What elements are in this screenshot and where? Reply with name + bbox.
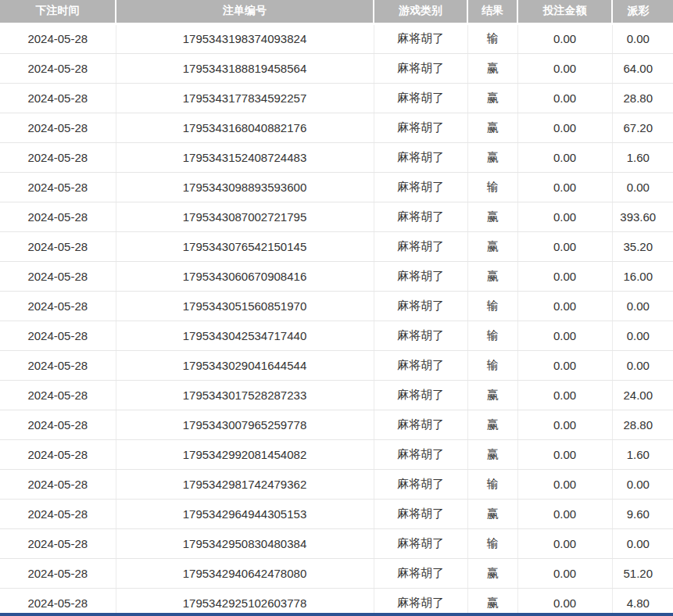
cell-bet-amount: 0.00 xyxy=(517,142,612,172)
cell-result: 输 xyxy=(467,23,517,53)
cell-order-id: 1795343017528287233 xyxy=(116,380,374,410)
footer-accent-bar xyxy=(0,613,673,616)
cell-order-id: 1795342950830480384 xyxy=(116,528,374,558)
table-row: 2024-05-281795343198374093824麻将胡了输0.000.… xyxy=(0,23,673,53)
bet-records-panel: 下注时间 注单编号 游戏类别 结果 投注金额 派彩 2024-05-281795… xyxy=(0,0,673,616)
cell-result: 输 xyxy=(467,469,517,499)
cell-result: 赢 xyxy=(467,113,517,142)
cell-bet-amount: 0.00 xyxy=(517,261,612,291)
cell-payout: 35.20 xyxy=(612,231,673,261)
cell-game-type: 麻将胡了 xyxy=(374,588,467,616)
cell-result: 赢 xyxy=(467,261,517,291)
cell-payout: 0.00 xyxy=(612,321,673,350)
cell-bet-amount: 0.00 xyxy=(517,410,612,439)
table-row: 2024-05-281795343177834592257麻将胡了赢0.0028… xyxy=(0,83,673,113)
table-row: 2024-05-281795343188819458564麻将胡了赢0.0064… xyxy=(0,53,673,83)
cell-order-id: 1795342981742479362 xyxy=(116,469,374,499)
cell-bet-time: 2024-05-28 xyxy=(0,410,116,439)
cell-order-id: 1795343098893593600 xyxy=(116,172,374,202)
column-header-game-type: 游戏类别 xyxy=(374,0,467,23)
cell-payout: 0.00 xyxy=(612,23,673,53)
table-row: 2024-05-281795343152408724483麻将胡了赢0.001.… xyxy=(0,142,673,172)
cell-payout: 0.00 xyxy=(612,528,673,558)
cell-order-id: 1795343188819458564 xyxy=(116,53,374,83)
cell-order-id: 1795342940642478080 xyxy=(116,558,374,588)
cell-bet-amount: 0.00 xyxy=(517,23,612,53)
cell-order-id: 1795343152408724483 xyxy=(116,142,374,172)
cell-result: 输 xyxy=(467,321,517,350)
cell-game-type: 麻将胡了 xyxy=(374,380,467,410)
column-header-payout: 派彩 xyxy=(612,0,673,23)
cell-game-type: 麻将胡了 xyxy=(374,83,467,113)
cell-bet-time: 2024-05-28 xyxy=(0,469,116,499)
column-header-bet-time: 下注时间 xyxy=(0,0,116,23)
cell-bet-time: 2024-05-28 xyxy=(0,291,116,321)
table-row: 2024-05-281795342981742479362麻将胡了输0.000.… xyxy=(0,469,673,499)
cell-payout: 0.00 xyxy=(612,291,673,321)
cell-game-type: 麻将胡了 xyxy=(374,410,467,439)
cell-game-type: 麻将胡了 xyxy=(374,350,467,380)
cell-bet-time: 2024-05-28 xyxy=(0,83,116,113)
cell-bet-time: 2024-05-28 xyxy=(0,231,116,261)
cell-bet-amount: 0.00 xyxy=(517,439,612,469)
cell-game-type: 麻将胡了 xyxy=(374,291,467,321)
cell-order-id: 1795343168040882176 xyxy=(116,113,374,142)
cell-result: 赢 xyxy=(467,410,517,439)
table-row: 2024-05-281795343098893593600麻将胡了输0.000.… xyxy=(0,172,673,202)
cell-bet-amount: 0.00 xyxy=(517,291,612,321)
cell-payout: 67.20 xyxy=(612,113,673,142)
cell-bet-time: 2024-05-28 xyxy=(0,439,116,469)
cell-result: 赢 xyxy=(467,83,517,113)
cell-payout: 0.00 xyxy=(612,469,673,499)
cell-bet-amount: 0.00 xyxy=(517,53,612,83)
cell-bet-time: 2024-05-28 xyxy=(0,261,116,291)
cell-game-type: 麻将胡了 xyxy=(374,558,467,588)
table-row: 2024-05-281795343029041644544麻将胡了输0.000.… xyxy=(0,350,673,380)
cell-result: 赢 xyxy=(467,588,517,616)
cell-payout: 0.00 xyxy=(612,350,673,380)
cell-payout: 64.00 xyxy=(612,53,673,83)
cell-bet-time: 2024-05-28 xyxy=(0,202,116,231)
cell-result: 赢 xyxy=(467,439,517,469)
cell-order-id: 1795343060670908416 xyxy=(116,261,374,291)
cell-bet-amount: 0.00 xyxy=(517,83,612,113)
cell-bet-time: 2024-05-28 xyxy=(0,528,116,558)
cell-result: 输 xyxy=(467,528,517,558)
cell-order-id: 1795342992081454082 xyxy=(116,439,374,469)
cell-payout: 28.80 xyxy=(612,410,673,439)
cell-bet-amount: 0.00 xyxy=(517,321,612,350)
cell-game-type: 麻将胡了 xyxy=(374,53,467,83)
cell-result: 输 xyxy=(467,172,517,202)
cell-result: 赢 xyxy=(467,380,517,410)
table-row: 2024-05-281795343051560851970麻将胡了输0.000.… xyxy=(0,291,673,321)
table-row: 2024-05-281795342925102603778麻将胡了赢0.004.… xyxy=(0,588,673,616)
cell-order-id: 1795343051560851970 xyxy=(116,291,374,321)
cell-order-id: 1795342964944305153 xyxy=(116,499,374,528)
cell-payout: 28.80 xyxy=(612,83,673,113)
cell-order-id: 1795343177834592257 xyxy=(116,83,374,113)
cell-game-type: 麻将胡了 xyxy=(374,261,467,291)
cell-payout: 16.00 xyxy=(612,261,673,291)
cell-game-type: 麻将胡了 xyxy=(374,439,467,469)
table-row: 2024-05-281795343007965259778麻将胡了赢0.0028… xyxy=(0,410,673,439)
cell-payout: 9.60 xyxy=(612,499,673,528)
table-body: 2024-05-281795343198374093824麻将胡了输0.000.… xyxy=(0,23,673,616)
cell-bet-time: 2024-05-28 xyxy=(0,321,116,350)
cell-game-type: 麻将胡了 xyxy=(374,469,467,499)
cell-bet-time: 2024-05-28 xyxy=(0,113,116,142)
cell-bet-time: 2024-05-28 xyxy=(0,172,116,202)
cell-result: 输 xyxy=(467,350,517,380)
cell-bet-amount: 0.00 xyxy=(517,202,612,231)
cell-order-id: 1795342925102603778 xyxy=(116,588,374,616)
cell-bet-time: 2024-05-28 xyxy=(0,380,116,410)
table-row: 2024-05-281795343060670908416麻将胡了赢0.0016… xyxy=(0,261,673,291)
cell-bet-time: 2024-05-28 xyxy=(0,23,116,53)
table-row: 2024-05-281795343087002721795麻将胡了赢0.0039… xyxy=(0,202,673,231)
cell-bet-time: 2024-05-28 xyxy=(0,558,116,588)
cell-game-type: 麻将胡了 xyxy=(374,172,467,202)
cell-game-type: 麻将胡了 xyxy=(374,499,467,528)
cell-bet-amount: 0.00 xyxy=(517,588,612,616)
table-row: 2024-05-281795343042534717440麻将胡了输0.000.… xyxy=(0,321,673,350)
cell-bet-amount: 0.00 xyxy=(517,231,612,261)
cell-payout: 51.20 xyxy=(612,558,673,588)
